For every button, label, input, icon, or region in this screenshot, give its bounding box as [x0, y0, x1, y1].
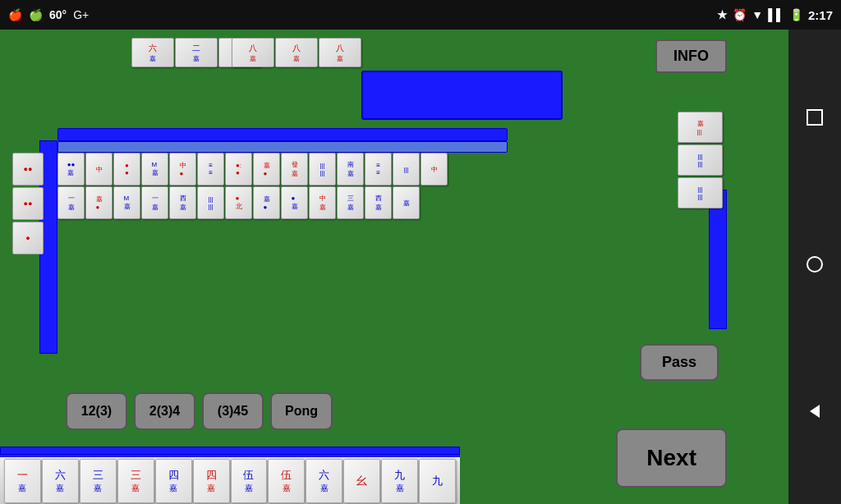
- pass-button[interactable]: Pass: [640, 344, 719, 381]
- left-tiles-area: ●● ●● ●: [12, 153, 45, 254]
- right-vertical-bar: [709, 190, 727, 329]
- game-tile[interactable]: ●●: [113, 153, 140, 186]
- hand-tile-1[interactable]: 一嘉: [4, 459, 41, 503]
- svg-marker-2: [810, 405, 820, 418]
- hand-tile-3[interactable]: 三嘉: [80, 459, 117, 503]
- hand-tile-separator: [0, 447, 460, 455]
- game-tile[interactable]: M嘉: [113, 186, 140, 219]
- bluetooth-icon: ★: [717, 8, 728, 21]
- game-area: INFO 六 嘉 二 嘉 八 嘉 八 嘉 八 嘉: [0, 30, 788, 504]
- game-tile[interactable]: 中嘉: [309, 186, 336, 219]
- action-btn-12-3[interactable]: 12(3): [66, 392, 127, 430]
- game-tile[interactable]: 南嘉: [337, 153, 364, 186]
- tile-row-1: ●●嘉 中 ●● M嘉 中● ≡≡ ●:● 嘉● 發嘉 |||||| 南嘉 ≡≡…: [57, 153, 567, 186]
- game-tile[interactable]: 西嘉: [365, 186, 392, 219]
- top-tile[interactable]: 八 嘉: [232, 38, 274, 67]
- top-tile[interactable]: 六 嘉: [131, 38, 174, 67]
- game-tile[interactable]: 嘉: [393, 186, 420, 219]
- top-tile-group-2: 八 嘉 八 嘉 八 嘉: [232, 38, 361, 68]
- game-tile[interactable]: 西嘉: [169, 186, 196, 219]
- top-tile[interactable]: 二 嘉: [175, 38, 218, 67]
- alarm-icon: ⏰: [733, 8, 747, 21]
- game-tile[interactable]: |||: [393, 153, 420, 186]
- top-tile[interactable]: 八 嘉: [319, 38, 361, 67]
- game-tile[interactable]: ||||||: [197, 186, 224, 219]
- hand-tile-9[interactable]: 六嘉: [306, 459, 342, 503]
- back-button[interactable]: [805, 401, 825, 426]
- opponent-row-indicator2: [57, 141, 508, 153]
- left-tile[interactable]: ●: [12, 222, 44, 254]
- right-tiles-area: 嘉||| |||||| ||||||: [678, 112, 727, 210]
- hand-tile-8[interactable]: 伍嘉: [268, 459, 305, 503]
- status-left: 🍎 🍏 60° G+: [8, 8, 89, 21]
- game-tile[interactable]: ●:●: [225, 153, 252, 186]
- hand-tile-6[interactable]: 四嘉: [193, 459, 230, 503]
- circle-button[interactable]: [805, 254, 825, 279]
- hand-tile-12[interactable]: 九: [419, 459, 456, 503]
- game-tile[interactable]: 一嘉: [57, 186, 85, 219]
- battery-icon: 🔋: [789, 8, 803, 21]
- hand-tile-11[interactable]: 九嘉: [381, 459, 418, 503]
- status-time: 2:17: [808, 8, 833, 22]
- game-tile[interactable]: 中●: [169, 153, 196, 186]
- game-tile[interactable]: ≡≡: [197, 153, 224, 186]
- top-tile[interactable]: 八 嘉: [275, 38, 318, 67]
- game-tile[interactable]: ≡≡: [365, 153, 392, 186]
- game-tile[interactable]: 一嘉: [141, 186, 168, 219]
- google-plus-icon: G+: [73, 8, 89, 21]
- game-tile[interactable]: M嘉: [141, 153, 168, 186]
- hand-tile-5[interactable]: 四嘉: [155, 459, 192, 503]
- game-tile[interactable]: 嘉●: [253, 153, 280, 186]
- svg-point-1: [807, 257, 822, 272]
- right-tile-1[interactable]: 嘉|||: [678, 112, 723, 143]
- game-tile[interactable]: 嘉●: [253, 186, 280, 219]
- left-tile[interactable]: ●●: [12, 153, 44, 186]
- action-btn-pong[interactable]: Pong: [270, 392, 333, 430]
- game-tile[interactable]: 中: [420, 153, 448, 186]
- hand-tile-4[interactable]: 三嘉: [117, 459, 154, 503]
- opponent-row-indicator: [57, 128, 508, 141]
- right-tile-3[interactable]: ||||||: [678, 177, 723, 208]
- status-right: ★ ⏰ ▼ ▌▌ 🔋 2:17: [717, 8, 833, 22]
- game-tile[interactable]: ●●嘉: [57, 153, 85, 186]
- tile-row-2: 一嘉 嘉● M嘉 一嘉 西嘉 |||||| ●北 嘉● ●嘉 中嘉 三嘉 西嘉 …: [57, 186, 567, 219]
- game-tile[interactable]: ●嘉: [281, 186, 308, 219]
- game-tile[interactable]: ||||||: [309, 153, 336, 186]
- hand-tile-2[interactable]: 六嘉: [42, 459, 79, 503]
- svg-rect-0: [807, 110, 822, 125]
- action-btn-2-3-4[interactable]: 2(3)4: [134, 392, 195, 430]
- game-tile[interactable]: 嘉●: [85, 186, 113, 219]
- game-tile[interactable]: 發嘉: [281, 153, 308, 186]
- right-nav-panel: [788, 30, 841, 504]
- info-button[interactable]: INFO: [655, 39, 727, 73]
- left-tile[interactable]: ●●: [12, 187, 44, 220]
- main-tiles-area: ●●嘉 中 ●● M嘉 中● ≡≡ ●:● 嘉● 發嘉 |||||| 南嘉 ≡≡…: [57, 153, 567, 219]
- next-button[interactable]: Next: [616, 428, 727, 488]
- top-blue-block: [361, 71, 563, 120]
- action-buttons-container: 12(3) 2(3)4 (3)45 Pong: [66, 392, 333, 430]
- game-tile[interactable]: 中: [85, 153, 113, 186]
- action-btn-3-45[interactable]: (3)45: [202, 392, 264, 430]
- status-bar: 🍎 🍏 60° G+ ★ ⏰ ▼ ▌▌ 🔋 2:17: [0, 0, 841, 30]
- wifi-icon: ▼: [751, 8, 763, 21]
- hand-tiles: 一嘉 六嘉 三嘉 三嘉 四嘉 四嘉 伍嘉 伍嘉 六嘉 幺 九嘉 九: [0, 455, 460, 504]
- apple-green-icon: 🍏: [29, 8, 43, 21]
- right-tile-2[interactable]: ||||||: [678, 144, 723, 176]
- hand-tile-10[interactable]: 幺: [343, 459, 380, 503]
- square-button[interactable]: [805, 108, 825, 132]
- game-tile[interactable]: ●北: [225, 186, 252, 219]
- game-tile[interactable]: 三嘉: [337, 186, 364, 219]
- hand-tile-7[interactable]: 伍嘉: [231, 459, 268, 503]
- temperature: 60°: [49, 8, 67, 21]
- apple-icon: 🍎: [8, 8, 22, 21]
- signal-icon: ▌▌: [768, 8, 784, 21]
